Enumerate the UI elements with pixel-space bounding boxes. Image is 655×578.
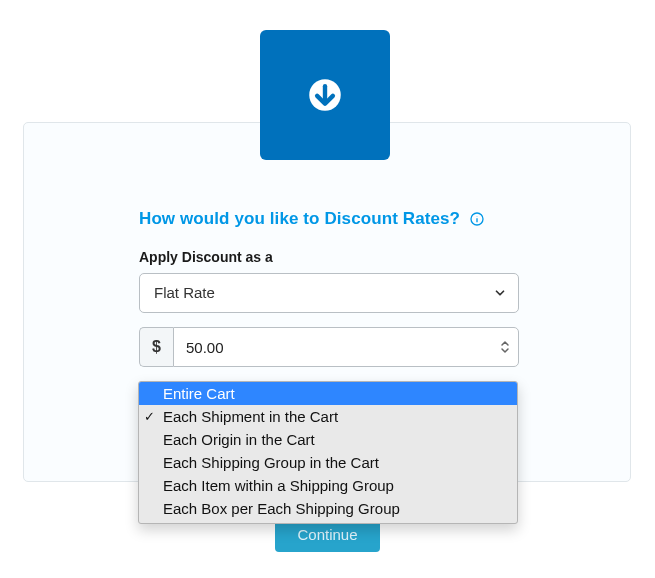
scope-option-label: Each Box per Each Shipping Group [163, 500, 400, 517]
scope-option[interactable]: Entire Cart [139, 382, 517, 405]
scope-option-label: Each Shipping Group in the Cart [163, 454, 379, 471]
panel-heading-text: How would you like to Discount Rates? [139, 209, 460, 229]
scope-option[interactable]: ✓Each Shipment in the Cart [139, 405, 517, 428]
step-badge [260, 30, 390, 160]
chevron-down-icon [493, 273, 507, 313]
scope-option[interactable]: Each Origin in the Cart [139, 428, 517, 451]
info-icon[interactable] [468, 210, 486, 228]
scope-option-label: Each Origin in the Cart [163, 431, 315, 448]
scope-option[interactable]: Each Shipping Group in the Cart [139, 451, 517, 474]
scope-option-label: Each Item within a Shipping Group [163, 477, 394, 494]
amount-input[interactable] [173, 327, 519, 367]
scope-option[interactable]: Each Item within a Shipping Group [139, 474, 517, 497]
discount-type-select[interactable]: Flat Rate [139, 273, 519, 313]
scope-option[interactable]: Each Box per Each Shipping Group [139, 497, 517, 520]
discount-type-value: Flat Rate [139, 273, 519, 313]
scope-option-label: Entire Cart [163, 385, 235, 402]
scope-dropdown[interactable]: Entire Cart✓Each Shipment in the CartEac… [138, 381, 518, 524]
amount-row: $ [139, 327, 519, 367]
currency-symbol: $ [139, 327, 173, 367]
panel-heading: How would you like to Discount Rates? [139, 209, 575, 229]
apply-discount-label: Apply Discount as a [139, 249, 575, 265]
check-icon: ✓ [144, 405, 155, 428]
down-arrow-icon [304, 74, 346, 116]
scope-option-label: Each Shipment in the Cart [163, 408, 338, 425]
amount-stepper[interactable] [499, 327, 511, 367]
svg-point-1 [477, 216, 478, 217]
